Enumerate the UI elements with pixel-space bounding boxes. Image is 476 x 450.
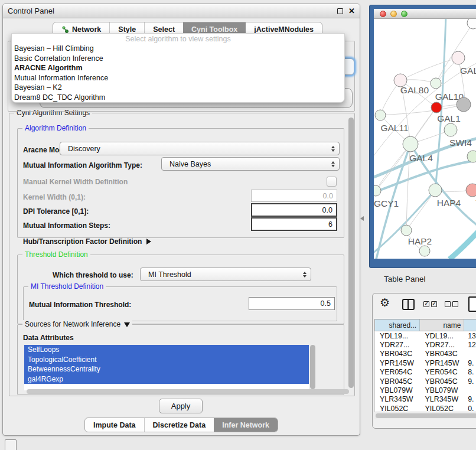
table-row[interactable]: YPR145WYPR145W9. — [375, 358, 476, 367]
which-threshold-label: Which threshold to use: — [53, 271, 133, 279]
algorithm-dropdown-list: Bayesian – Hill ClimbingBasic Correlatio… — [12, 44, 344, 103]
mi-type-combo[interactable]: Naive Bayes — [161, 157, 340, 171]
hub-definition-label: Hub/Transcription Factor Definition — [23, 237, 142, 246]
network-node[interactable] — [429, 184, 442, 197]
table-row[interactable]: YLR345WYLR345W9. — [375, 395, 476, 404]
deselect-all-columns-icon[interactable] — [445, 301, 458, 307]
splitter-collapse-arrow[interactable] — [360, 216, 364, 221]
table-cell[interactable]: YBL079W — [375, 386, 420, 394]
columns-icon[interactable] — [402, 299, 415, 310]
select-all-columns-icon[interactable]: ✓✓ — [423, 301, 437, 307]
network-canvas[interactable]: GALGAL80GAL10GAL1GAL11SWI4GAL4GCY1HAP4YH… — [374, 19, 476, 259]
table-cell[interactable]: 9. — [465, 359, 476, 367]
attribute-item[interactable]: gal4RGexp — [24, 374, 309, 384]
network-window-titlebar[interactable] — [374, 9, 476, 19]
column-header-partial[interactable] — [464, 319, 476, 331]
table-cell[interactable]: YLR345W — [375, 395, 420, 403]
table-cell[interactable]: YER054C — [420, 368, 465, 376]
manual-kernel-checkbox[interactable] — [327, 177, 337, 187]
network-node[interactable] — [374, 185, 381, 196]
table-cell[interactable]: YBR043C — [420, 350, 465, 358]
collapsed-panel-icon[interactable] — [5, 439, 17, 450]
network-node[interactable] — [444, 123, 457, 136]
table-cell[interactable]: YBR043C — [375, 350, 420, 358]
network-node[interactable] — [457, 97, 471, 112]
algorithm-dropdown-popup: Select algorithm to view settings Bayesi… — [11, 33, 345, 103]
table-cell[interactable]: YDR27... — [420, 341, 465, 349]
table-row[interactable]: YDL19...YDL19...13 — [375, 331, 476, 340]
column-header-shared-name[interactable]: shared... — [375, 319, 420, 331]
table-cell[interactable]: YLR345W — [420, 395, 465, 403]
tab-discretize-data[interactable]: Discretize Data — [144, 418, 214, 432]
hub-definition-toggle[interactable]: Hub/Transcription Factor Definition — [23, 237, 151, 246]
table-row[interactable]: YER054CYER054C8. — [375, 368, 476, 377]
control-panel-titlebar[interactable]: Control Panel ✕ — [3, 4, 360, 18]
node-label: GAL4 — [409, 153, 433, 163]
table-cell[interactable]: YER054C — [375, 368, 420, 376]
settings-scrollbar[interactable] — [348, 118, 354, 388]
attribute-item[interactable]: TopologicalCoefficient — [24, 355, 309, 365]
algorithm-option[interactable]: Basic Correlation Inference — [12, 54, 344, 64]
expand-right-icon — [146, 239, 151, 244]
horizontal-scrollbar[interactable] — [27, 389, 349, 394]
table-row[interactable]: YDR27...YDR27...12 — [375, 340, 476, 349]
table-cell[interactable]: 13 — [465, 332, 476, 340]
table-cell[interactable]: 12 — [465, 341, 476, 349]
table-cell[interactable]: YDL19... — [420, 332, 465, 340]
table-cell[interactable]: YPR145W — [375, 359, 420, 367]
network-node[interactable] — [401, 225, 412, 236]
mi-threshold-field[interactable]: 0.5 — [249, 297, 335, 310]
attributes-scrollbar[interactable] — [310, 345, 315, 389]
tab-infer-network[interactable]: Infer Network — [214, 418, 278, 432]
table-cell[interactable]: YBL079W — [420, 386, 465, 394]
network-node[interactable] — [431, 102, 442, 113]
table-cell[interactable]: 9. — [465, 377, 476, 386]
network-node[interactable] — [419, 246, 430, 256]
column-header-name[interactable]: name — [420, 319, 464, 331]
network-node[interactable] — [431, 78, 441, 89]
which-threshold-combo[interactable]: MI Threshold — [140, 268, 311, 281]
network-icon — [61, 26, 69, 34]
minimize-traffic-light[interactable] — [390, 11, 397, 17]
algorithm-option[interactable]: Mutual Information Inference — [12, 73, 344, 83]
attribute-item[interactable]: BetweennessCentrality — [24, 364, 309, 374]
algorithm-option[interactable]: ARACNE Algorithm — [12, 63, 344, 73]
algorithm-option[interactable]: Dream8 DC_TDC Algorithm — [12, 93, 344, 103]
table-row[interactable]: YBR043CYBR043C — [375, 350, 476, 358]
scrollbar-thumb[interactable] — [376, 413, 476, 418]
tab-impute-data[interactable]: Impute Data — [85, 418, 144, 432]
table-row[interactable]: YBL079WYBL079W — [375, 386, 476, 394]
algorithm-option[interactable]: Bayesian – Hill Climbing — [12, 44, 344, 54]
network-node[interactable] — [466, 184, 476, 197]
table-cell[interactable]: YDR27... — [375, 341, 420, 349]
table-cell[interactable]: 8. — [465, 368, 476, 376]
apply-button[interactable]: Apply — [159, 399, 203, 413]
table-row[interactable]: YBR045CYBR045C9. — [375, 377, 476, 386]
sources-title-toggle[interactable]: Sources for Network Inference — [22, 320, 132, 328]
network-node[interactable] — [403, 136, 418, 152]
network-view-window[interactable]: GALGAL80GAL10GAL1GAL11SWI4GAL4GCY1HAP4YH… — [369, 5, 476, 268]
network-node[interactable] — [375, 110, 386, 120]
close-traffic-light[interactable] — [380, 11, 386, 17]
threshold-definition-title: Threshold Definition — [22, 250, 90, 259]
network-node[interactable] — [452, 51, 465, 64]
zoom-traffic-light[interactable] — [401, 11, 407, 17]
float-window-icon[interactable] — [337, 8, 343, 14]
close-icon[interactable]: ✕ — [348, 8, 355, 14]
table-cell[interactable]: YDL19... — [375, 332, 420, 340]
aracne-mode-combo[interactable]: Discovery — [60, 142, 340, 155]
gear-icon[interactable]: ⚙ — [380, 296, 390, 309]
table-horizontal-scrollbar[interactable] — [374, 412, 476, 419]
table-cell[interactable]: YBR045C — [375, 377, 420, 386]
attribute-item[interactable]: SelfLoops — [24, 345, 309, 355]
kernel-width-field[interactable]: 0.0 — [251, 190, 337, 202]
network-node[interactable] — [467, 19, 476, 29]
table-cell[interactable]: YPR145W — [420, 359, 465, 367]
table-cell[interactable]: YBR045C — [420, 377, 465, 386]
network-node[interactable] — [467, 151, 476, 162]
dpi-tolerance-field[interactable]: 0.0 — [251, 203, 337, 217]
table-cell[interactable]: 9. — [465, 395, 476, 403]
new-table-icon[interactable] — [468, 296, 476, 312]
mi-steps-field[interactable]: 6 — [251, 217, 337, 231]
algorithm-option[interactable]: Bayesian – K2 — [12, 83, 344, 93]
